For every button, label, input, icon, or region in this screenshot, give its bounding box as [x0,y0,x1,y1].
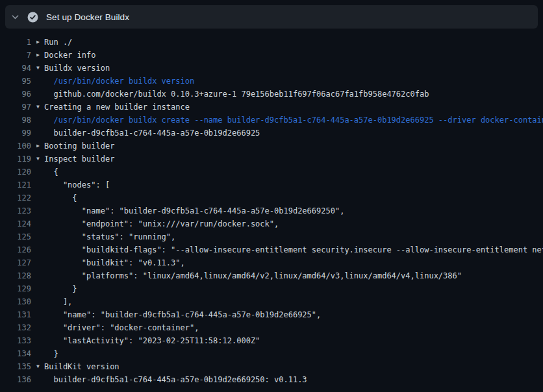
log-line: 127 "buildkit": "v0.11.3", [0,256,543,269]
log-line: 1▶Run ./ [0,36,543,49]
line-number[interactable]: 131 [0,308,31,321]
log-line: 134 } [0,347,543,360]
log-group-title: Booting builder [44,141,114,151]
log-output-text: "nodes": [ [36,178,543,191]
log-line: 119▼Inspect builder [0,153,543,165]
log-output-text: builder-d9cfb5a1-c764-445a-a57e-0b19d2e6… [36,127,543,140]
log-command-text: /usr/bin/docker buildx version [36,75,543,88]
line-number[interactable]: 121 [0,178,31,191]
log-group-toggle[interactable]: ▶Run ./ [36,36,543,49]
log-output-text: "buildkit": "v0.11.3", [36,256,543,269]
log-group-title: BuildKit version [44,362,120,371]
group-collapsed-arrow-icon: ▶ [36,140,44,153]
log-group-toggle[interactable]: ▶Docker info [36,49,543,62]
chevron-down-icon[interactable] [11,13,19,21]
line-number[interactable]: 123 [0,204,31,217]
line-number[interactable]: 100 [0,140,31,153]
log-output-text: } [36,282,543,295]
log-command-text: /usr/bin/docker buildx create --name bui… [36,114,543,127]
log-group-title: Run ./ [44,38,72,47]
line-number[interactable]: 129 [0,282,31,295]
log-line: 95 /usr/bin/docker buildx version [0,75,543,88]
log-line: 98 /usr/bin/docker buildx create --name … [0,114,543,127]
group-collapsed-arrow-icon: ▶ [36,49,44,62]
log-output-text: builder-d9cfb5a1-c764-445a-a57e-0b19d2e6… [36,373,543,386]
group-expanded-arrow-icon: ▼ [36,101,44,114]
log-output-panel[interactable]: 1▶Run ./7▶Docker info94▼Buildx version95… [0,29,543,392]
line-number[interactable]: 7 [0,49,31,62]
log-group-toggle[interactable]: ▼Buildx version [36,62,543,75]
log-group-toggle[interactable]: ▼Creating a new builder instance [36,101,543,114]
line-number[interactable]: 120 [0,165,31,178]
log-line: 125 "status": "running", [0,230,543,243]
actions-log-viewer: Set up Docker Buildx 1▶Run ./7▶Docker in… [0,0,543,392]
line-number[interactable]: 99 [0,127,31,140]
log-line: 123 "name": "builder-d9cfb5a1-c764-445a-… [0,204,543,217]
log-line: 121 "nodes": [ [0,178,543,191]
line-number[interactable]: 135 [0,360,31,373]
line-number[interactable]: 126 [0,243,31,256]
group-expanded-arrow-icon: ▼ [36,153,44,165]
log-group-toggle[interactable]: ▼BuildKit version [36,360,543,373]
log-output-text: "driver": "docker-container", [36,321,543,334]
line-number[interactable]: 127 [0,256,31,269]
log-line: 122 { [0,191,543,204]
line-number[interactable]: 95 [0,75,31,88]
log-output-text: } [36,347,543,360]
log-line: 135▼BuildKit version [0,360,543,373]
log-group-toggle[interactable]: ▶Booting builder [36,140,543,153]
log-line: 124 "endpoint": "unix:///var/run/docker.… [0,217,543,230]
log-group-title: Creating a new builder instance [44,103,190,112]
log-line: 120 { [0,165,543,178]
log-line: 99 builder-d9cfb5a1-c764-445a-a57e-0b19d… [0,127,543,140]
step-title: Set up Docker Buildx [46,12,129,22]
line-number[interactable]: 98 [0,114,31,127]
log-line: 126 "buildkitd-flags": "--allow-insecure… [0,243,543,256]
log-group-toggle[interactable]: ▼Inspect builder [36,153,543,165]
log-output-text: "endpoint": "unix:///var/run/docker.sock… [36,217,543,230]
log-group-title: Buildx version [44,64,110,73]
log-line: 100▶Booting builder [0,140,543,153]
step-header[interactable]: Set up Docker Buildx [5,5,538,29]
group-expanded-arrow-icon: ▼ [36,360,44,373]
line-number[interactable]: 133 [0,334,31,347]
log-group-title: Inspect builder [44,154,114,164]
log-output-text: "name": "builder-d9cfb5a1-c764-445a-a57e… [36,308,543,321]
log-line: 136 builder-d9cfb5a1-c764-445a-a57e-0b19… [0,373,543,386]
log-line: 96 github.com/docker/buildx 0.10.3+azure… [0,88,543,101]
log-output-text: ], [36,295,543,308]
log-line: 97▼Creating a new builder instance [0,101,543,114]
line-number[interactable]: 136 [0,373,31,386]
line-number[interactable]: 125 [0,230,31,243]
check-circle-icon [27,12,38,23]
log-output-text: "buildkitd-flags": "--allow-insecure-ent… [36,243,543,256]
log-line: 94▼Buildx version [0,62,543,75]
line-number[interactable]: 128 [0,269,31,282]
log-output-text: "platforms": "linux/amd64,linux/amd64/v2… [36,269,543,282]
log-line: 133 "lastActivity": "2023-02-25T11:58:12… [0,334,543,347]
log-line: 131 "name": "builder-d9cfb5a1-c764-445a-… [0,308,543,321]
log-line: 129 } [0,282,543,295]
line-number[interactable]: 94 [0,62,31,75]
line-number[interactable]: 1 [0,36,31,49]
line-number[interactable]: 130 [0,295,31,308]
line-number[interactable]: 124 [0,217,31,230]
line-number[interactable]: 132 [0,321,31,334]
group-expanded-arrow-icon: ▼ [36,62,44,75]
line-number[interactable]: 122 [0,191,31,204]
log-line: 130 ], [0,295,543,308]
line-number[interactable]: 134 [0,347,31,360]
log-line: 7▶Docker info [0,49,543,62]
log-output-text: "status": "running", [36,230,543,243]
log-output-text: { [36,191,543,204]
log-output-text: "lastActivity": "2023-02-25T11:58:12.000… [36,334,543,347]
line-number[interactable]: 97 [0,101,31,114]
log-group-title: Docker info [44,51,95,60]
log-output-text: { [36,165,543,178]
line-number[interactable]: 96 [0,88,31,101]
line-number[interactable]: 119 [0,153,31,165]
log-output-text: github.com/docker/buildx 0.10.3+azure-1 … [36,88,543,101]
log-output-text: "name": "builder-d9cfb5a1-c764-445a-a57e… [36,204,543,217]
log-line: 132 "driver": "docker-container", [0,321,543,334]
log-line: 128 "platforms": "linux/amd64,linux/amd6… [0,269,543,282]
